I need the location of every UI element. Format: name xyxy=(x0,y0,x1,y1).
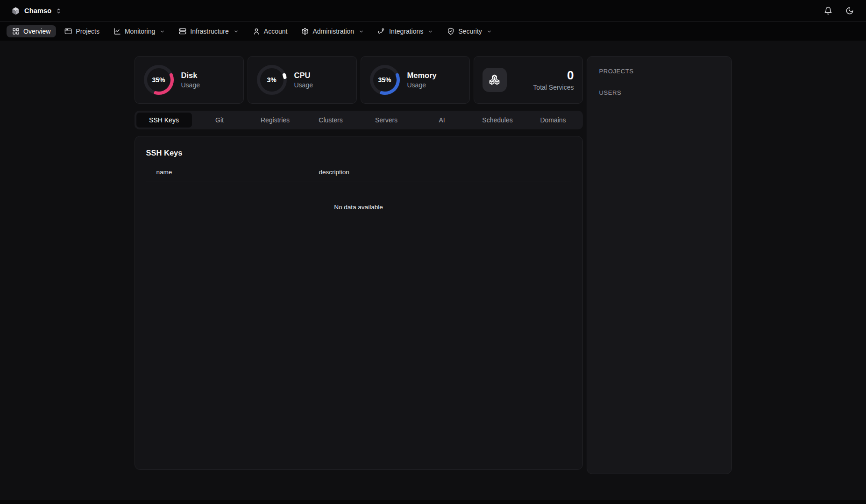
tab-registries[interactable]: Registries xyxy=(248,113,303,128)
column-header-description: description xyxy=(319,169,349,176)
cpu-percent-label: 3% xyxy=(256,64,287,95)
nav-item-account[interactable]: Account xyxy=(247,25,293,37)
chevrons-up-down-icon xyxy=(56,8,62,14)
shield-check-icon xyxy=(447,28,454,35)
right-sidebar: PROJECTS USERS xyxy=(587,56,732,474)
cpu-card-subtitle: Usage xyxy=(294,81,313,89)
total-services-card: 0 Total Services xyxy=(474,56,583,104)
tab-domains[interactable]: Domains xyxy=(525,113,581,128)
bell-icon xyxy=(824,7,832,15)
chevron-down-icon xyxy=(487,29,492,34)
boxes-icon xyxy=(483,68,507,92)
disk-card-title: Disk xyxy=(181,71,200,80)
gear-icon xyxy=(301,28,309,35)
nav-item-security[interactable]: Security xyxy=(441,25,497,37)
webhook-icon xyxy=(378,28,385,35)
chevron-down-icon xyxy=(160,29,165,34)
cpu-card-title: CPU xyxy=(294,71,313,80)
top-header: Chamso xyxy=(0,0,866,22)
total-services-value: 0 xyxy=(533,69,574,82)
nav-label: Monitoring xyxy=(125,28,155,35)
stats-row: 35% Disk Usage 3% xyxy=(135,56,583,104)
line-chart-icon xyxy=(114,28,121,35)
nav-item-overview[interactable]: Overview xyxy=(7,25,56,37)
tab-git[interactable]: Git xyxy=(192,113,248,128)
column-header-name: name xyxy=(156,169,319,176)
memory-usage-ring: 35% xyxy=(369,64,400,95)
table-divider xyxy=(146,182,571,182)
memory-card-title: Memory xyxy=(407,71,437,80)
nav-item-projects[interactable]: Projects xyxy=(59,25,105,37)
tab-schedules[interactable]: Schedules xyxy=(470,113,525,128)
brand-name: Chamso xyxy=(24,7,51,14)
nav-label: Administration xyxy=(312,28,354,35)
theme-toggle-button[interactable] xyxy=(845,6,855,16)
tab-servers[interactable]: Servers xyxy=(359,113,414,128)
nav-label: Security xyxy=(458,28,482,35)
nav-label: Integrations xyxy=(389,28,423,35)
cpu-usage-card: 3% CPU Usage xyxy=(248,56,357,104)
total-services-label: Total Services xyxy=(533,84,574,91)
empty-state-message: No data available xyxy=(146,204,571,211)
resource-tabs: SSH Keys Git Registries Clusters Servers… xyxy=(135,111,583,129)
nav-item-monitoring[interactable]: Monitoring xyxy=(108,25,170,37)
tab-ai[interactable]: AI xyxy=(414,113,470,128)
topbar-actions xyxy=(823,6,855,16)
app-window-icon xyxy=(64,28,72,35)
nav-item-integrations[interactable]: Integrations xyxy=(372,25,439,37)
table-header-row: name description xyxy=(146,169,571,176)
nav-item-administration[interactable]: Administration xyxy=(296,25,369,37)
memory-percent-label: 35% xyxy=(369,64,400,95)
disk-percent-label: 35% xyxy=(143,64,174,95)
memory-usage-card: 35% Memory Usage xyxy=(361,56,470,104)
user-icon xyxy=(253,28,260,35)
panel-title: SSH Keys xyxy=(146,149,571,157)
sidebar-section-users: USERS xyxy=(599,89,719,96)
chevron-down-icon xyxy=(359,29,364,34)
nav-label: Overview xyxy=(23,28,50,35)
main-nav: Overview Projects Monitoring Infrastruct… xyxy=(0,22,866,41)
nav-label: Projects xyxy=(76,28,99,35)
chevron-down-icon xyxy=(428,29,433,34)
disk-card-subtitle: Usage xyxy=(181,81,200,89)
chevron-down-icon xyxy=(234,29,239,34)
cpu-usage-ring: 3% xyxy=(256,64,287,95)
disk-usage-ring: 35% xyxy=(143,64,174,95)
disk-usage-card: 35% Disk Usage xyxy=(135,56,244,104)
bottom-edge-strip xyxy=(0,500,866,504)
content-area: 35% Disk Usage 3% xyxy=(0,41,866,474)
tab-clusters[interactable]: Clusters xyxy=(303,113,359,128)
ssh-keys-panel: SSH Keys name description No data availa… xyxy=(135,136,583,470)
nav-label: Infrastructure xyxy=(190,28,228,35)
workspace-selector[interactable]: Chamso xyxy=(11,7,62,15)
nav-label: Account xyxy=(264,28,288,35)
notifications-button[interactable] xyxy=(823,6,833,16)
sidebar-section-projects: PROJECTS xyxy=(599,68,719,75)
moon-icon xyxy=(845,7,854,15)
tab-ssh-keys[interactable]: SSH Keys xyxy=(136,113,192,128)
app-logo-icon xyxy=(11,7,20,15)
main-column: 35% Disk Usage 3% xyxy=(135,56,583,470)
nav-item-infrastructure[interactable]: Infrastructure xyxy=(173,25,244,37)
server-icon xyxy=(179,28,186,35)
memory-card-subtitle: Usage xyxy=(407,81,437,89)
layout-grid-icon xyxy=(12,28,20,35)
